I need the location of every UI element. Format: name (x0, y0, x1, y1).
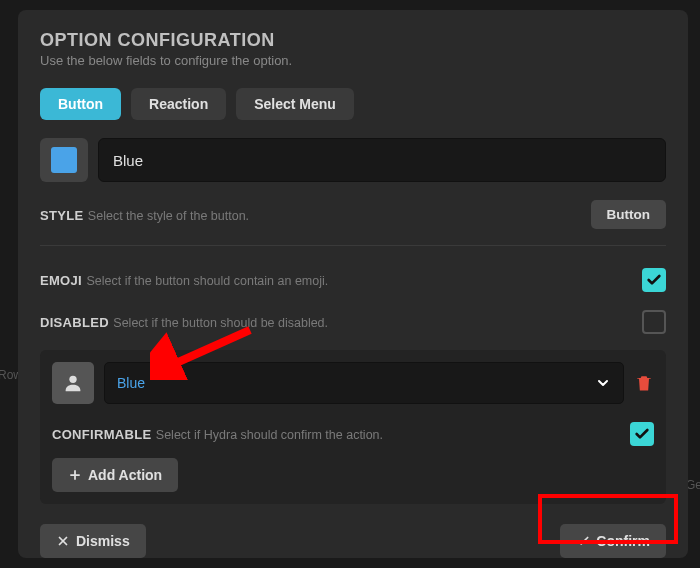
modal-title: OPTION CONFIGURATION (40, 30, 666, 51)
confirm-label: Confirm (596, 533, 650, 549)
divider (40, 245, 666, 246)
dismiss-label: Dismiss (76, 533, 130, 549)
add-action-label: Add Action (88, 467, 162, 483)
style-select-button[interactable]: Button (591, 200, 666, 229)
color-chip (51, 147, 77, 173)
check-icon (634, 426, 650, 442)
tab-reaction[interactable]: Reaction (131, 88, 226, 120)
modal-footer: Dismiss Confirm (40, 516, 666, 558)
name-row (40, 138, 666, 182)
disabled-row: DISABLED Select if the button should be … (40, 310, 666, 334)
confirm-button[interactable]: Confirm (560, 524, 666, 558)
modal-header: OPTION CONFIGURATION Use the below field… (40, 30, 666, 68)
role-select-row: Blue (52, 362, 654, 404)
role-select-value: Blue (117, 375, 145, 391)
disabled-desc: Select if the button should be disabled. (113, 316, 328, 330)
delete-action-icon[interactable] (634, 372, 654, 394)
emoji-desc: Select if the button should contain an e… (86, 274, 328, 288)
emoji-checkbox[interactable] (642, 268, 666, 292)
action-block: Blue CONFIRMABLE Select if Hydra should … (40, 350, 666, 504)
confirmable-label: CONFIRMABLE (52, 427, 151, 442)
option-name-input[interactable] (98, 138, 666, 182)
tab-button[interactable]: Button (40, 88, 121, 120)
add-action-button[interactable]: Add Action (52, 458, 178, 492)
modal-subtitle: Use the below fields to configure the op… (40, 53, 666, 68)
svg-point-0 (69, 376, 76, 383)
tab-select-menu[interactable]: Select Menu (236, 88, 354, 120)
check-icon (576, 534, 590, 548)
disabled-checkbox[interactable] (642, 310, 666, 334)
close-icon (56, 534, 70, 548)
role-select[interactable]: Blue (104, 362, 624, 404)
style-desc: Select the style of the button. (88, 209, 249, 223)
emoji-row: EMOJI Select if the button should contai… (40, 268, 666, 292)
color-chip-button[interactable] (40, 138, 88, 182)
type-tabs: Button Reaction Select Menu (40, 88, 666, 120)
plus-icon (68, 468, 82, 482)
confirmable-checkbox[interactable] (630, 422, 654, 446)
check-icon (646, 272, 662, 288)
confirmable-desc: Select if Hydra should confirm the actio… (156, 428, 383, 442)
person-icon (62, 372, 84, 394)
emoji-label: EMOJI (40, 273, 82, 288)
role-icon-box[interactable] (52, 362, 94, 404)
bg-text-ge: Ge (686, 478, 700, 492)
chevron-down-icon (595, 375, 611, 391)
style-row: STYLE Select the style of the button. Bu… (40, 200, 666, 229)
disabled-label: DISABLED (40, 315, 109, 330)
option-config-modal: OPTION CONFIGURATION Use the below field… (18, 10, 688, 558)
dismiss-button[interactable]: Dismiss (40, 524, 146, 558)
style-label: STYLE (40, 208, 83, 223)
confirmable-row: CONFIRMABLE Select if Hydra should confi… (52, 422, 654, 446)
